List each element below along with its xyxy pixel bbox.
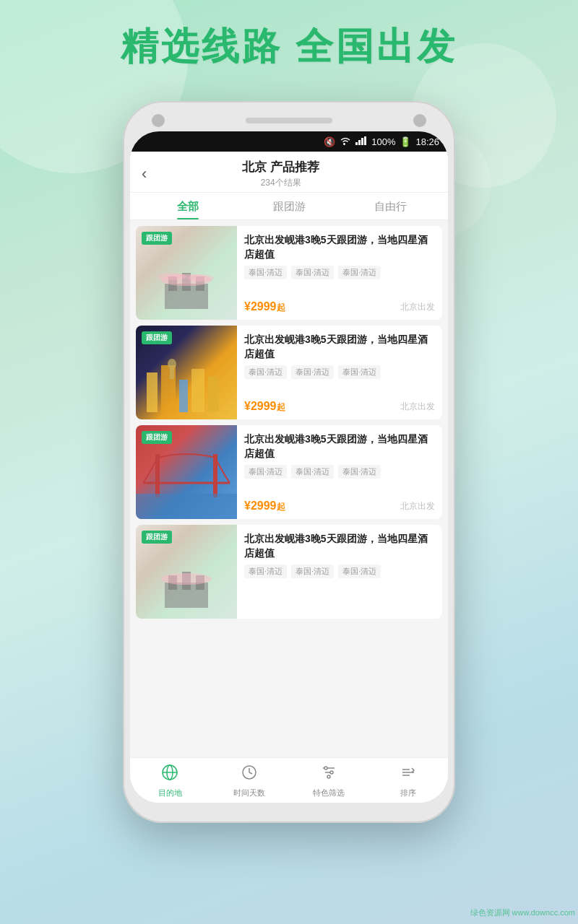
product-card-3[interactable]: 跟团游 北 [136, 425, 442, 519]
product-card-4[interactable]: 跟团游 北京出发岘港3晚5天跟团游，当地四星酒店超值 泰国·清迈 [136, 525, 442, 619]
phone-speaker [246, 118, 332, 123]
phone-screen: 🔇 100% 🔋 [130, 131, 448, 803]
filter-icon [320, 764, 337, 785]
product-card-1[interactable]: 跟团游 北京出发岘港3晚5天跟团游，当地四星酒店超值 [136, 226, 442, 320]
product-tags-3: 泰国·清迈 泰国·清迈 泰国·清迈 [244, 465, 435, 479]
tab-group-tour[interactable]: 跟团游 [238, 193, 340, 219]
destination-label: 目的地 [158, 788, 182, 798]
svg-point-10 [188, 274, 214, 282]
tag-2-2: 泰国·清迈 [291, 365, 334, 379]
back-button[interactable]: ‹ [142, 162, 152, 186]
svg-rect-1 [358, 140, 361, 145]
product-image-2: 跟团游 [136, 326, 237, 419]
product-title-4: 北京出发岘港3晚5天跟团游，当地四星酒店超值 [244, 532, 435, 560]
tag-3-1: 泰国·清迈 [244, 465, 287, 479]
page-title: 北京 产品推荐 [152, 159, 409, 175]
battery-text: 100% [371, 136, 395, 147]
phone-frame: 🔇 100% 🔋 [123, 101, 455, 823]
svg-rect-13 [179, 380, 188, 412]
product-image-1: 跟团游 [136, 226, 237, 320]
header-banner: 精选线路 全国出发 [0, 22, 578, 72]
bottom-nav-sort[interactable]: 排序 [368, 764, 448, 798]
filter-label: 特色筛选 [313, 788, 345, 798]
signal-icon [355, 136, 367, 147]
product-tags-4: 泰国·清迈 泰国·清迈 泰国·清迈 [244, 565, 435, 578]
product-footer-1: ¥2999起 北京出发 [244, 300, 435, 314]
svg-point-9 [158, 273, 186, 280]
days-label: 时间天数 [233, 788, 265, 798]
days-icon [241, 764, 258, 785]
product-badge-4: 跟团游 [142, 531, 172, 544]
svg-rect-3 [364, 136, 366, 145]
product-card-2[interactable]: 跟团游 北 [136, 326, 442, 419]
product-departure-1: 北京出发 [400, 301, 435, 313]
nav-bar: ‹ 北京 产品推荐 234个结果 [130, 152, 448, 193]
product-title-2: 北京出发岘港3晚5天跟团游，当地四星酒店超值 [244, 333, 435, 361]
tag-1-1: 泰国·清迈 [244, 266, 287, 279]
product-price-2: ¥2999起 [244, 400, 285, 414]
bottom-nav-filter[interactable]: 特色筛选 [289, 764, 368, 798]
svg-point-38 [327, 775, 330, 778]
product-footer-2: ¥2999起 北京出发 [244, 400, 435, 414]
product-tags-2: 泰国·清迈 泰国·清迈 泰国·清迈 [244, 365, 435, 379]
tag-1-2: 泰国·清迈 [291, 266, 334, 279]
bottom-nav-days[interactable]: 时间天数 [210, 764, 289, 798]
phone-dot-right [413, 114, 426, 127]
product-content-4: 北京出发岘港3晚5天跟团游，当地四星酒店超值 泰国·清迈 泰国·清迈 泰国·清迈 [237, 525, 442, 619]
status-bar: 🔇 100% 🔋 [130, 131, 448, 152]
product-badge-1: 跟团游 [142, 232, 172, 245]
tag-4-2: 泰国·清迈 [291, 565, 334, 578]
tag-1-3: 泰国·清迈 [338, 266, 381, 279]
tab-all[interactable]: 全部 [137, 193, 238, 219]
phone-wrapper: 🔇 100% 🔋 [123, 101, 455, 859]
wifi-icon [340, 136, 351, 147]
svg-rect-11 [147, 372, 158, 412]
headline: 精选线路 全国出发 [0, 22, 578, 72]
product-tags-1: 泰国·清迈 泰国·清迈 泰国·清迈 [244, 266, 435, 279]
svg-point-37 [330, 771, 333, 774]
svg-rect-15 [208, 376, 219, 412]
sort-label: 排序 [400, 788, 416, 798]
product-badge-2: 跟团游 [142, 331, 172, 344]
svg-rect-17 [170, 368, 174, 379]
product-footer-3: ¥2999起 北京出发 [244, 500, 435, 513]
product-badge-3: 跟团游 [142, 431, 172, 444]
tag-4-3: 泰国·清迈 [338, 565, 381, 578]
svg-rect-2 [361, 138, 363, 145]
product-content-2: 北京出发岘港3晚5天跟团游，当地四星酒店超值 泰国·清迈 泰国·清迈 泰国·清迈… [237, 326, 442, 419]
svg-rect-0 [355, 142, 358, 145]
destination-icon [161, 764, 178, 785]
product-list: 跟团游 北京出发岘港3晚5天跟团游，当地四星酒店超值 [130, 220, 448, 757]
tag-2-3: 泰国·清迈 [338, 365, 381, 379]
product-price-3: ¥2999起 [244, 500, 285, 513]
product-title-3: 北京出发岘港3晚5天跟团游，当地四星酒店超值 [244, 432, 435, 461]
svg-point-26 [161, 573, 212, 585]
tag-3-3: 泰国·清迈 [338, 465, 381, 479]
svg-rect-21 [136, 494, 237, 519]
svg-point-16 [168, 359, 176, 369]
battery-icon: 🔋 [400, 136, 411, 147]
bottom-nav-destination[interactable]: 目的地 [130, 764, 210, 798]
product-image-4: 跟团游 [136, 525, 237, 619]
tag-2-1: 泰国·清迈 [244, 365, 287, 379]
product-title-1: 北京出发岘港3晚5天跟团游，当地四星酒店超值 [244, 233, 435, 261]
product-content-3: 北京出发岘港3晚5天跟团游，当地四星酒店超值 泰国·清迈 泰国·清迈 泰国·清迈… [237, 425, 442, 519]
sort-icon [400, 764, 417, 785]
svg-line-32 [249, 772, 252, 774]
product-departure-2: 北京出发 [400, 401, 435, 413]
tag-4-1: 泰国·清迈 [244, 565, 287, 578]
svg-rect-14 [191, 369, 204, 412]
tab-free-tour[interactable]: 自由行 [340, 193, 441, 219]
time-display: 18:26 [415, 136, 439, 147]
nav-title-block: 北京 产品推荐 234个结果 [152, 159, 409, 189]
product-content-1: 北京出发岘港3晚5天跟团游，当地四星酒店超值 泰国·清迈 泰国·清迈 泰国·清迈… [237, 226, 442, 320]
phone-top-bar [130, 108, 448, 131]
svg-point-36 [324, 767, 327, 770]
bottom-nav: 目的地 时间天数 [130, 757, 448, 803]
product-image-3: 跟团游 [136, 425, 237, 519]
product-price-1: ¥2999起 [244, 300, 285, 314]
tab-bar: 全部 跟团游 自由行 [130, 193, 448, 220]
watermark: 绿色资源网 www.downcc.com [470, 907, 575, 918]
result-count: 234个结果 [152, 177, 409, 189]
phone-dot-left [152, 114, 165, 127]
